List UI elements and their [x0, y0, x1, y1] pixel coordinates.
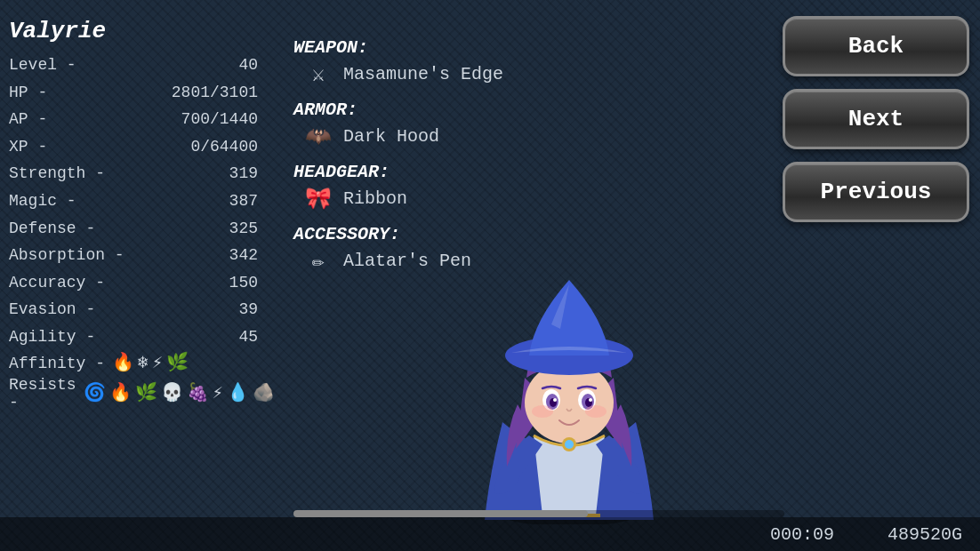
stat-row-ap: AP - 700/1440 [9, 106, 267, 133]
resist-icon-rock: 🪨 [253, 385, 275, 403]
resist-icon-water: 💧 [227, 385, 249, 403]
armor-category-label: ARMOR: [293, 100, 738, 120]
stat-row-defense: Defense - 325 [9, 215, 267, 243]
magic-value: 387 [151, 188, 258, 215]
scroll-thumb[interactable] [293, 510, 588, 517]
evasion-value: 39 [151, 296, 258, 323]
affinity-icon-earth: 🌿 [166, 355, 189, 372]
resists-label: Resists - [9, 376, 76, 411]
previous-button[interactable]: Previous [783, 162, 969, 222]
stat-row-agility: Agility - 45 [9, 323, 267, 351]
resist-icon-nature: 🌿 [135, 385, 157, 403]
svg-point-9 [553, 398, 557, 402]
affinity-row: Affinity - 🔥 ❄️ ⚡ 🌿 [9, 355, 267, 372]
accuracy-label: Accuracy - [9, 269, 105, 297]
stats-panel: Valyrie Level - 40 HP - 2801/3101 AP - 7… [9, 18, 267, 411]
xp-value: 0/64400 [151, 133, 258, 161]
affinity-icon-fire: 🔥 [112, 355, 134, 372]
svg-point-15 [565, 440, 574, 449]
stat-row-level: Level - 40 [9, 52, 267, 79]
weapon-item: ⚔️ Masamune's Edge [302, 61, 738, 87]
stat-row-strength: Strength - 319 [9, 160, 267, 188]
agility-value: 45 [151, 323, 258, 351]
stat-row-xp: XP - 0/64400 [9, 133, 267, 161]
stat-row-accuracy: Accuracy - 150 [9, 269, 267, 297]
defense-label: Defense - [9, 215, 95, 243]
stat-row-evasion: Evasion - 39 [9, 296, 267, 323]
stat-row-hp: HP - 2801/3101 [9, 79, 267, 107]
armor-item: 🦇 Dark Hood [302, 124, 738, 149]
resist-icon-wind: 🌀 [84, 385, 106, 403]
armor-icon: 🦇 [302, 124, 334, 149]
strength-value: 319 [151, 160, 258, 188]
agility-label: Agility - [9, 323, 95, 351]
absorption-value: 342 [151, 242, 258, 269]
resist-icon-dark: 💀 [161, 385, 183, 403]
absorption-label: Absorption - [9, 242, 125, 269]
headgear-category-label: HEADGEAR: [293, 162, 738, 182]
scroll-track[interactable] [293, 510, 784, 517]
equipment-panel: WEAPON: ⚔️ Masamune's Edge ARMOR: 🦇 Dark… [293, 25, 738, 274]
level-value: 40 [151, 52, 258, 79]
stat-row-magic: Magic - 387 [9, 188, 267, 215]
headgear-name: Ribbon [343, 188, 407, 209]
character-sprite [427, 240, 711, 524]
weapon-category-label: WEAPON: [293, 37, 738, 58]
magic-label: Magic - [9, 188, 76, 215]
resist-icon-poison: 🍇 [187, 385, 209, 403]
resist-icon-fire: 🔥 [109, 385, 132, 403]
armor-name: Dark Hood [343, 126, 439, 147]
level-label: Level - [9, 52, 76, 79]
svg-point-10 [589, 398, 592, 402]
back-button[interactable]: Back [783, 16, 969, 76]
weapon-name: Masamune's Edge [343, 64, 503, 84]
svg-point-11 [532, 405, 553, 418]
strength-label: Strength - [9, 160, 105, 188]
hp-label: HP - [9, 79, 47, 107]
resists-row: Resists - 🌀 🔥 🌿 💀 🍇 ⚡ 💧 🪨 [9, 376, 267, 411]
accuracy-value: 150 [151, 269, 258, 297]
ap-label: AP - [9, 106, 47, 133]
status-time: 000:09 [770, 524, 834, 545]
headgear-icon: 🎀 [302, 186, 334, 212]
hp-value: 2801/3101 [151, 79, 258, 107]
evasion-label: Evasion - [9, 296, 95, 323]
character-name: Valyrie [9, 18, 267, 44]
xp-label: XP - [9, 133, 47, 161]
status-bar: 000:09 489520G [0, 517, 980, 551]
svg-point-12 [585, 405, 606, 418]
accessory-icon: ✏️ [302, 248, 334, 274]
character-svg [471, 262, 667, 524]
resist-icon-lightning: ⚡ [213, 385, 223, 403]
stat-row-absorption: Absorption - 342 [9, 242, 267, 269]
headgear-item: 🎀 Ribbon [302, 186, 738, 212]
affinity-icon-ice: ❄️ [138, 355, 149, 372]
weapon-icon: ⚔️ [302, 61, 334, 87]
status-gold: 489520G [888, 524, 962, 545]
buttons-panel: Back Next Previous [783, 16, 969, 222]
affinity-label: Affinity - [9, 355, 105, 372]
affinity-icon-lightning: ⚡ [152, 355, 163, 372]
ap-value: 700/1440 [151, 106, 258, 133]
next-button[interactable]: Next [783, 89, 969, 149]
defense-value: 325 [151, 215, 258, 243]
